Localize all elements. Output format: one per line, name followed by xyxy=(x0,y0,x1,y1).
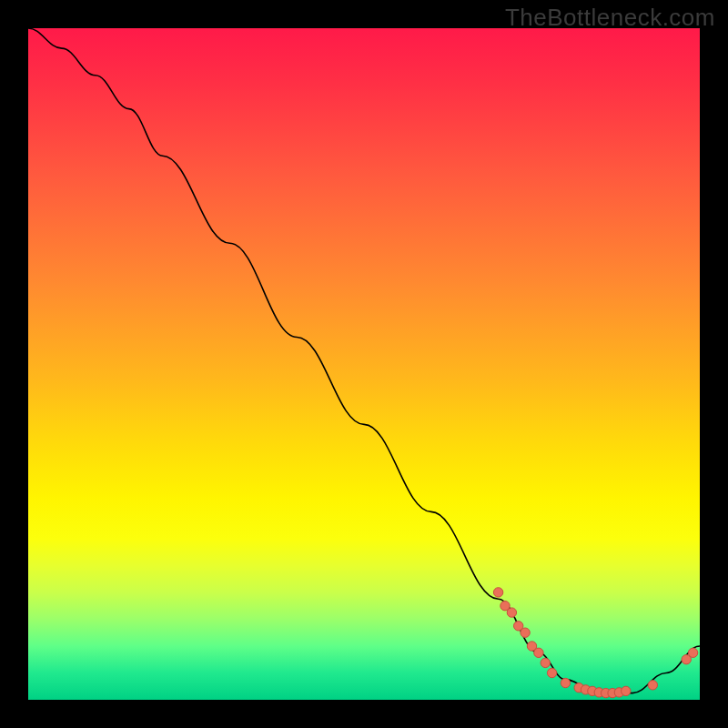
highlight-dot xyxy=(507,608,516,617)
highlight-dot xyxy=(622,686,631,695)
highlight-dot xyxy=(688,648,697,657)
chart-svg xyxy=(28,28,700,700)
highlight-dots-group xyxy=(493,588,697,698)
highlight-dot xyxy=(547,668,556,677)
highlight-dot xyxy=(648,681,657,690)
highlight-dot xyxy=(493,588,502,597)
highlight-dot xyxy=(534,648,543,657)
chart-frame: TheBottleneck.com xyxy=(0,0,728,728)
highlight-dot xyxy=(541,658,550,667)
plot-area xyxy=(28,28,700,700)
bottleneck-curve xyxy=(28,28,700,693)
highlight-dot xyxy=(561,678,570,687)
highlight-dot xyxy=(521,628,530,637)
